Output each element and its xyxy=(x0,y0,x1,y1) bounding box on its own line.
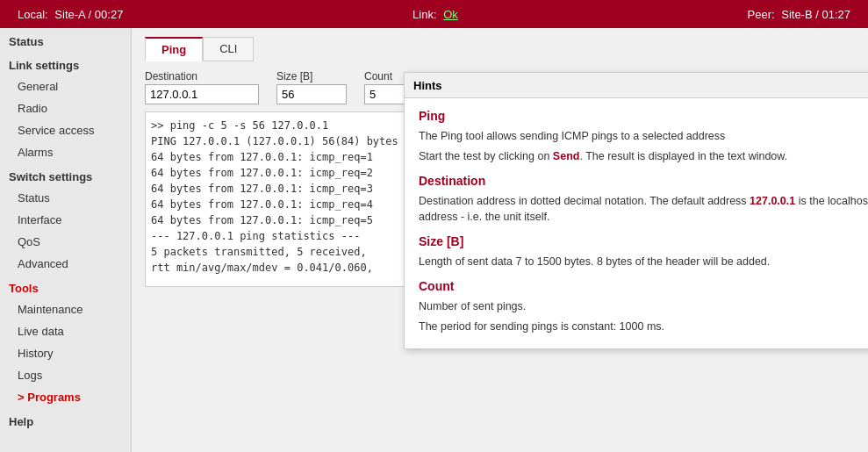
tab-cli[interactable]: CLI xyxy=(203,37,254,61)
sidebar-item-maintenance[interactable]: Maintenance xyxy=(0,298,131,320)
peer-value: Site-B / 01:27 xyxy=(781,8,850,21)
hints-paragraph: Length of sent data 7 to 1500 bytes. 8 b… xyxy=(419,254,868,270)
sidebar-item-history[interactable]: History xyxy=(0,342,131,364)
sidebar-section-tools: Tools xyxy=(0,275,131,298)
hints-paragraph: The Ping tool allows sending ICMP pings … xyxy=(419,128,868,145)
sidebar-section-link-settings: Link settings xyxy=(0,52,131,75)
sidebar-item-advanced[interactable]: Advanced xyxy=(0,253,131,275)
tab-bar: Ping CLI xyxy=(145,37,855,61)
size-input[interactable] xyxy=(276,84,347,104)
sidebar-item-programs[interactable]: Programs xyxy=(0,386,131,408)
size-label: Size [B] xyxy=(276,70,347,83)
sidebar-section-help: Help xyxy=(0,408,131,432)
local-info: Local: Site-A / 00:27 xyxy=(18,8,123,21)
content-area: Ping CLI Destination Size [B] Count Send… xyxy=(132,28,868,452)
link-info: Link: Ok xyxy=(412,8,458,21)
hints-panel: Hints ✕ PingThe Ping tool allows sending… xyxy=(404,72,868,349)
sidebar-item-service-access[interactable]: Service access xyxy=(0,119,131,141)
size-field: Size [B] xyxy=(276,70,347,104)
tab-ping[interactable]: Ping xyxy=(145,37,203,61)
sidebar: Status Link settings General Radio Servi… xyxy=(0,28,132,452)
sidebar-item-general[interactable]: General xyxy=(0,75,131,97)
sidebar-item-switch-status[interactable]: Status xyxy=(0,187,131,209)
main-layout: Status Link settings General Radio Servi… xyxy=(0,28,868,452)
hints-body: PingThe Ping tool allows sending ICMP pi… xyxy=(405,98,868,348)
hints-section-heading: Destination xyxy=(419,174,868,188)
destination-label: Destination xyxy=(145,70,259,83)
sidebar-section-status: Status xyxy=(0,28,131,52)
sidebar-item-qos[interactable]: QoS xyxy=(0,231,131,253)
top-bar: Local: Site-A / 00:27 Link: Ok Peer: Sit… xyxy=(0,0,868,28)
hints-title: Hints xyxy=(413,79,442,92)
link-label: Link: xyxy=(412,8,436,21)
hints-section-heading: Ping xyxy=(419,109,868,123)
hints-paragraph: Start the test by clicking on Send. The … xyxy=(419,148,868,165)
peer-label: Peer: xyxy=(748,8,775,21)
sidebar-item-live-data[interactable]: Live data xyxy=(0,320,131,342)
hints-paragraph: The period for sending pings is constant… xyxy=(419,319,868,335)
hints-paragraph: Number of sent pings. xyxy=(419,298,868,315)
hints-paragraph: Destination address in dotted decimal no… xyxy=(419,193,868,226)
hints-section-heading: Count xyxy=(419,279,868,293)
sidebar-item-radio[interactable]: Radio xyxy=(0,97,131,119)
destination-field: Destination xyxy=(145,70,259,104)
link-value[interactable]: Ok xyxy=(443,8,458,21)
local-value: Site-A / 00:27 xyxy=(54,8,123,21)
peer-info: Peer: Site-B / 01:27 xyxy=(748,8,850,21)
destination-input[interactable] xyxy=(145,84,259,104)
hints-section-heading: Size [B] xyxy=(419,234,868,248)
sidebar-item-interface[interactable]: Interface xyxy=(0,209,131,231)
local-label: Local: xyxy=(18,8,48,21)
sidebar-item-logs[interactable]: Logs xyxy=(0,364,131,386)
hints-header: Hints ✕ xyxy=(405,73,868,98)
sidebar-section-switch-settings: Switch settings xyxy=(0,163,131,187)
sidebar-item-alarms[interactable]: Alarms xyxy=(0,141,131,163)
